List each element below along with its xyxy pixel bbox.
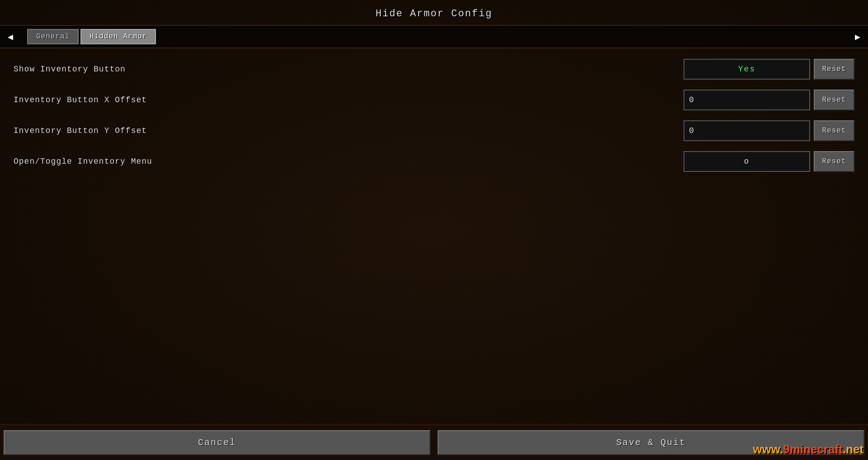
nav-arrow-left[interactable]: ◀	[4, 30, 17, 43]
value-btn-show-inventory-button[interactable]: Yes	[684, 59, 810, 80]
value-btn-toggle-menu[interactable]: o	[684, 151, 810, 172]
label-show-inventory-button: Show Inventory Button	[14, 65, 684, 74]
bottom-buttons: Cancel Save & Quit	[0, 430, 868, 455]
tab-hidden-armor[interactable]: Hidden Armor	[80, 29, 156, 44]
tab-bar: ◀ General Hidden Armor ▶	[0, 25, 868, 48]
nav-arrow-right[interactable]: ▶	[851, 30, 864, 43]
label-toggle-menu: Open/Toggle Inventory Menu	[14, 157, 684, 166]
label-y-offset: Inventory Button Y Offset	[14, 126, 684, 135]
input-x-offset[interactable]	[684, 90, 810, 110]
label-x-offset: Inventory Button X Offset	[14, 95, 684, 104]
cancel-button[interactable]: Cancel	[4, 430, 430, 455]
config-row-x-offset: Inventory Button X Offset Reset	[14, 88, 854, 112]
config-row-show-inventory-button: Show Inventory Button Yes Reset	[14, 57, 854, 81]
reset-btn-x-offset[interactable]: Reset	[814, 90, 854, 110]
save-quit-button[interactable]: Save & Quit	[438, 430, 864, 455]
tabs-container: General Hidden Armor	[27, 29, 156, 44]
config-row-toggle-menu: Open/Toggle Inventory Menu o Reset	[14, 150, 854, 173]
reset-btn-toggle-menu[interactable]: Reset	[814, 151, 854, 172]
page-wrapper: Hide Armor Config ◀ General Hidden Armor…	[0, 0, 868, 460]
reset-btn-y-offset[interactable]: Reset	[814, 120, 854, 141]
reset-btn-show-inventory-button[interactable]: Reset	[814, 59, 854, 80]
bottom-bar: Cancel Save & Quit www.9minecraft.net	[0, 424, 868, 460]
control-group-y-offset: Reset	[684, 120, 854, 141]
page-title: Hide Armor Config	[0, 0, 868, 25]
input-y-offset[interactable]	[684, 120, 810, 141]
main-content: Show Inventory Button Yes Reset Inventor…	[0, 48, 868, 424]
control-group-show-inventory-button: Yes Reset	[684, 59, 854, 80]
control-group-toggle-menu: o Reset	[684, 151, 854, 172]
control-group-x-offset: Reset	[684, 90, 854, 110]
tab-general[interactable]: General	[27, 29, 79, 44]
config-row-y-offset: Inventory Button Y Offset Reset	[14, 119, 854, 142]
